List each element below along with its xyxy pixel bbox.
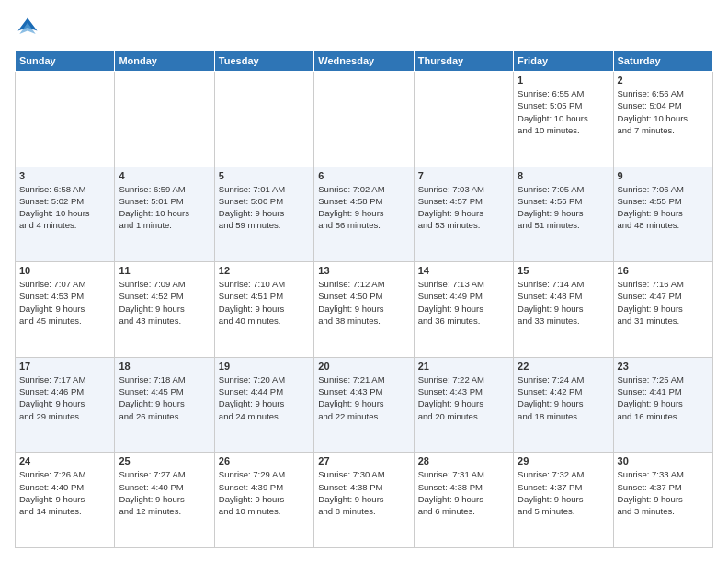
calendar-day-cell (115, 72, 214, 167)
day-number: 7 (418, 170, 509, 181)
weekday-header: Monday (115, 51, 214, 72)
calendar-day-cell: 17Sunrise: 7:17 AM Sunset: 4:46 PM Dayli… (16, 357, 115, 453)
weekday-row: SundayMondayTuesdayWednesdayThursdayFrid… (16, 51, 713, 72)
calendar-week-row: 10Sunrise: 7:07 AM Sunset: 4:53 PM Dayli… (16, 262, 713, 358)
day-number: 23 (618, 361, 709, 372)
calendar-table: SundayMondayTuesdayWednesdayThursdayFrid… (15, 50, 713, 548)
day-number: 3 (19, 170, 110, 181)
day-number: 26 (219, 455, 310, 466)
day-info: Sunrise: 7:26 AM Sunset: 4:40 PM Dayligh… (19, 468, 110, 517)
weekday-header: Friday (514, 51, 613, 72)
day-info: Sunrise: 6:56 AM Sunset: 5:04 PM Dayligh… (618, 87, 709, 136)
calendar-day-cell: 26Sunrise: 7:29 AM Sunset: 4:39 PM Dayli… (214, 453, 313, 548)
day-info: Sunrise: 7:31 AM Sunset: 4:38 PM Dayligh… (418, 468, 509, 517)
calendar-day-cell: 5Sunrise: 7:01 AM Sunset: 5:00 PM Daylig… (214, 167, 313, 262)
calendar-body: 1Sunrise: 6:55 AM Sunset: 5:05 PM Daylig… (16, 72, 713, 548)
calendar-day-cell: 3Sunrise: 6:58 AM Sunset: 5:02 PM Daylig… (16, 167, 115, 262)
day-info: Sunrise: 7:30 AM Sunset: 4:38 PM Dayligh… (318, 468, 409, 517)
day-info: Sunrise: 7:07 AM Sunset: 4:53 PM Dayligh… (19, 278, 110, 327)
calendar-day-cell: 1Sunrise: 6:55 AM Sunset: 5:05 PM Daylig… (514, 72, 613, 167)
day-number: 29 (518, 455, 609, 466)
day-number: 6 (318, 170, 409, 181)
header (15, 15, 713, 40)
calendar-day-cell (214, 72, 313, 167)
calendar-day-cell: 25Sunrise: 7:27 AM Sunset: 4:40 PM Dayli… (115, 453, 214, 548)
day-number: 21 (418, 361, 509, 372)
calendar-day-cell: 19Sunrise: 7:20 AM Sunset: 4:44 PM Dayli… (214, 357, 313, 453)
day-number: 9 (618, 170, 709, 181)
calendar-day-cell (16, 72, 115, 167)
day-info: Sunrise: 7:21 AM Sunset: 4:43 PM Dayligh… (318, 373, 409, 422)
calendar-day-cell: 15Sunrise: 7:14 AM Sunset: 4:48 PM Dayli… (514, 262, 613, 358)
day-info: Sunrise: 7:09 AM Sunset: 4:52 PM Dayligh… (119, 278, 210, 327)
calendar-day-cell: 4Sunrise: 6:59 AM Sunset: 5:01 PM Daylig… (115, 167, 214, 262)
day-info: Sunrise: 7:01 AM Sunset: 5:00 PM Dayligh… (219, 183, 310, 232)
calendar-day-cell: 16Sunrise: 7:16 AM Sunset: 4:47 PM Dayli… (613, 262, 712, 358)
day-info: Sunrise: 7:17 AM Sunset: 4:46 PM Dayligh… (19, 373, 110, 422)
day-info: Sunrise: 7:20 AM Sunset: 4:44 PM Dayligh… (219, 373, 310, 422)
calendar-day-cell: 13Sunrise: 7:12 AM Sunset: 4:50 PM Dayli… (314, 262, 414, 358)
day-info: Sunrise: 7:10 AM Sunset: 4:51 PM Dayligh… (219, 278, 310, 327)
calendar-day-cell: 12Sunrise: 7:10 AM Sunset: 4:51 PM Dayli… (214, 262, 313, 358)
day-number: 24 (19, 455, 110, 466)
day-info: Sunrise: 7:02 AM Sunset: 4:58 PM Dayligh… (318, 183, 409, 232)
day-number: 20 (318, 361, 409, 372)
calendar-day-cell: 22Sunrise: 7:24 AM Sunset: 4:42 PM Dayli… (514, 357, 613, 453)
day-info: Sunrise: 7:12 AM Sunset: 4:50 PM Dayligh… (318, 278, 409, 327)
day-info: Sunrise: 7:13 AM Sunset: 4:49 PM Dayligh… (418, 278, 509, 327)
day-info: Sunrise: 7:03 AM Sunset: 4:57 PM Dayligh… (418, 183, 509, 232)
day-info: Sunrise: 7:25 AM Sunset: 4:41 PM Dayligh… (618, 373, 709, 422)
weekday-header: Tuesday (214, 51, 313, 72)
calendar-week-row: 1Sunrise: 6:55 AM Sunset: 5:05 PM Daylig… (16, 72, 713, 167)
calendar-day-cell: 23Sunrise: 7:25 AM Sunset: 4:41 PM Dayli… (613, 357, 712, 453)
calendar-day-cell (414, 72, 513, 167)
day-info: Sunrise: 7:14 AM Sunset: 4:48 PM Dayligh… (518, 278, 609, 327)
calendar-day-cell: 7Sunrise: 7:03 AM Sunset: 4:57 PM Daylig… (414, 167, 513, 262)
day-number: 13 (318, 265, 409, 276)
calendar-day-cell: 18Sunrise: 7:18 AM Sunset: 4:45 PM Dayli… (115, 357, 214, 453)
day-number: 27 (318, 455, 409, 466)
day-info: Sunrise: 7:18 AM Sunset: 4:45 PM Dayligh… (119, 373, 210, 422)
calendar-day-cell: 28Sunrise: 7:31 AM Sunset: 4:38 PM Dayli… (414, 453, 513, 548)
day-info: Sunrise: 7:33 AM Sunset: 4:37 PM Dayligh… (618, 468, 709, 517)
calendar-week-row: 24Sunrise: 7:26 AM Sunset: 4:40 PM Dayli… (16, 453, 713, 548)
day-number: 2 (618, 75, 709, 86)
day-info: Sunrise: 7:32 AM Sunset: 4:37 PM Dayligh… (518, 468, 609, 517)
day-info: Sunrise: 7:22 AM Sunset: 4:43 PM Dayligh… (418, 373, 509, 422)
day-number: 25 (119, 455, 210, 466)
weekday-header: Wednesday (314, 51, 414, 72)
calendar-day-cell: 9Sunrise: 7:06 AM Sunset: 4:55 PM Daylig… (613, 167, 712, 262)
weekday-header: Thursday (414, 51, 513, 72)
day-info: Sunrise: 6:58 AM Sunset: 5:02 PM Dayligh… (19, 183, 110, 232)
day-number: 30 (618, 455, 709, 466)
calendar-day-cell: 30Sunrise: 7:33 AM Sunset: 4:37 PM Dayli… (613, 453, 712, 548)
day-info: Sunrise: 7:29 AM Sunset: 4:39 PM Dayligh… (219, 468, 310, 517)
day-number: 19 (219, 361, 310, 372)
calendar-day-cell: 21Sunrise: 7:22 AM Sunset: 4:43 PM Dayli… (414, 357, 513, 453)
day-number: 11 (119, 265, 210, 276)
page: SundayMondayTuesdayWednesdayThursdayFrid… (0, 0, 728, 563)
day-number: 22 (518, 361, 609, 372)
calendar-day-cell: 14Sunrise: 7:13 AM Sunset: 4:49 PM Dayli… (414, 262, 513, 358)
day-number: 18 (119, 361, 210, 372)
calendar-day-cell: 24Sunrise: 7:26 AM Sunset: 4:40 PM Dayli… (16, 453, 115, 548)
weekday-header: Sunday (16, 51, 115, 72)
day-info: Sunrise: 7:05 AM Sunset: 4:56 PM Dayligh… (518, 183, 609, 232)
calendar-day-cell: 2Sunrise: 6:56 AM Sunset: 5:04 PM Daylig… (613, 72, 712, 167)
day-info: Sunrise: 7:16 AM Sunset: 4:47 PM Dayligh… (618, 278, 709, 327)
calendar-day-cell (314, 72, 414, 167)
day-info: Sunrise: 6:55 AM Sunset: 5:05 PM Dayligh… (518, 87, 609, 136)
day-info: Sunrise: 7:24 AM Sunset: 4:42 PM Dayligh… (518, 373, 609, 422)
day-number: 10 (19, 265, 110, 276)
calendar-day-cell: 8Sunrise: 7:05 AM Sunset: 4:56 PM Daylig… (514, 167, 613, 262)
day-number: 16 (618, 265, 709, 276)
day-number: 12 (219, 265, 310, 276)
day-number: 8 (518, 170, 609, 181)
calendar-day-cell: 10Sunrise: 7:07 AM Sunset: 4:53 PM Dayli… (16, 262, 115, 358)
calendar-day-cell: 20Sunrise: 7:21 AM Sunset: 4:43 PM Dayli… (314, 357, 414, 453)
weekday-header: Saturday (613, 51, 712, 72)
day-number: 17 (19, 361, 110, 372)
calendar-day-cell: 29Sunrise: 7:32 AM Sunset: 4:37 PM Dayli… (514, 453, 613, 548)
calendar-day-cell: 11Sunrise: 7:09 AM Sunset: 4:52 PM Dayli… (115, 262, 214, 358)
day-number: 4 (119, 170, 210, 181)
